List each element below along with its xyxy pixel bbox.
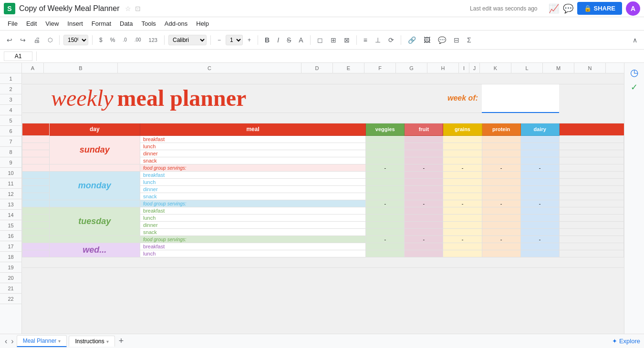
tuesday-dinner-veggies[interactable] [366, 221, 405, 228]
activity-icon[interactable]: 📈 [549, 3, 559, 14]
monday-lunch-protein[interactable] [482, 178, 520, 185]
tuesday-servings-fruit[interactable]: - [405, 235, 443, 243]
monday-servings-veggies[interactable]: - [366, 200, 405, 207]
sunday-snack-veggies[interactable] [366, 157, 405, 164]
sheet-tab-instructions[interactable]: Instructions ▾ [69, 336, 114, 347]
explore-button[interactable]: ✦ Explore [612, 338, 640, 345]
sunday-servings-dairy[interactable]: - [520, 164, 559, 171]
tuesday-breakfast-fruit[interactable] [405, 207, 443, 214]
cell-reference-input[interactable] [4, 51, 32, 61]
comment-button[interactable]: 💬 [435, 34, 449, 46]
font-size-increase-button[interactable]: + [245, 35, 254, 45]
row-num-19[interactable]: 19 [0, 262, 21, 273]
menu-edit[interactable]: Edit [22, 18, 41, 29]
monday-breakfast-fruit[interactable] [405, 171, 443, 178]
wednesday-breakfast-veggies[interactable] [366, 243, 405, 250]
sunday-servings-grains[interactable]: - [443, 164, 482, 171]
wednesday-breakfast-label[interactable]: breakfast [140, 243, 366, 250]
fill-color-button[interactable]: ◻ [314, 34, 326, 46]
print-button[interactable]: 🖨 [31, 34, 43, 46]
undo-button[interactable]: ↩ [4, 34, 15, 46]
monday-servings-protein[interactable]: - [482, 200, 520, 207]
monday-snack-protein[interactable] [482, 193, 520, 200]
col-header-i[interactable]: I [459, 63, 469, 73]
menu-view[interactable]: View [42, 18, 62, 29]
row-num-15[interactable]: 15 [0, 220, 21, 231]
col-header-l[interactable]: L [511, 63, 543, 73]
sunday-breakfast-veggies[interactable] [366, 135, 405, 143]
monday-breakfast-grains[interactable] [443, 171, 482, 178]
sunday-lunch-fruit[interactable] [405, 143, 443, 150]
monday-snack-dairy[interactable] [520, 193, 559, 200]
tuesday-snack-grains[interactable] [443, 228, 482, 235]
row-num-20[interactable]: 20 [0, 273, 21, 283]
chat-icon[interactable]: 💬 [563, 3, 573, 14]
align-v-button[interactable]: ⊥ [372, 34, 384, 46]
tuesday-lunch-dairy[interactable] [520, 214, 559, 221]
tuesday-servings-dairy[interactable]: - [520, 235, 559, 243]
tuesday-servings-veggies[interactable]: - [366, 235, 405, 243]
menu-data[interactable]: Data [116, 18, 136, 29]
row-num-3[interactable]: 3 [0, 94, 21, 105]
sunday-servings-veggies[interactable]: - [366, 164, 405, 171]
tuesday-servings-grains[interactable]: - [443, 235, 482, 243]
monday-snack-grains[interactable] [443, 193, 482, 200]
sunday-lunch-protein[interactable] [482, 143, 520, 150]
col-header-f[interactable]: F [364, 63, 396, 73]
tuesday-snack-dairy[interactable] [520, 228, 559, 235]
col-header-m[interactable]: M [543, 63, 574, 73]
prev-sheet-button[interactable]: ‹ [4, 336, 8, 347]
wednesday-lunch-grains[interactable] [443, 250, 482, 257]
monday-snack-fruit[interactable] [405, 193, 443, 200]
sunday-breakfast-dairy[interactable] [520, 135, 559, 143]
hide-toolbar-button[interactable]: ∧ [630, 34, 640, 46]
wednesday-lunch-dairy[interactable] [520, 250, 559, 257]
row-num-6[interactable]: 6 [0, 126, 21, 136]
wednesday-lunch-label[interactable]: lunch [140, 250, 366, 257]
row-num-8[interactable]: 8 [0, 147, 21, 157]
formula-input[interactable] [41, 52, 640, 60]
rotate-button[interactable]: ⟳ [385, 34, 397, 46]
sunday-lunch-dairy[interactable] [520, 143, 559, 150]
week-of-input-cell[interactable] [482, 84, 559, 113]
row-num-4[interactable]: 4 [0, 105, 21, 115]
row-num-17[interactable]: 17 [0, 241, 21, 252]
sunday-dinner-label[interactable]: dinner [140, 150, 366, 157]
row-num-5[interactable]: 5 [0, 115, 21, 126]
sunday-snack-dairy[interactable] [520, 157, 559, 164]
redo-button[interactable]: ↪ [17, 34, 29, 46]
row-num-9[interactable]: 9 [0, 157, 21, 168]
wednesday-breakfast-fruit[interactable] [405, 243, 443, 250]
tuesday-lunch-protein[interactable] [482, 214, 520, 221]
decimal-inc-button[interactable]: .00 [132, 35, 144, 44]
grid-wrapper[interactable]: 1 2 3 4 5 6 7 8 9 10 11 12 13 14 15 16 1… [0, 73, 624, 334]
monday-lunch-fruit[interactable] [405, 178, 443, 185]
monday-lunch-grains[interactable] [443, 178, 482, 185]
row-num-22[interactable]: 22 [0, 294, 21, 304]
avatar[interactable]: A [626, 1, 640, 16]
tuesday-lunch-label[interactable]: lunch [140, 214, 366, 221]
borders-button[interactable]: ⊞ [328, 34, 339, 46]
zoom-selector[interactable]: 150% [63, 35, 88, 45]
monday-breakfast-label[interactable]: breakfast [140, 171, 366, 178]
tuesday-lunch-veggies[interactable] [366, 214, 405, 221]
col-header-k[interactable]: K [480, 63, 511, 73]
sunday-breakfast-protein[interactable] [482, 135, 520, 143]
tuesday-breakfast-grains[interactable] [443, 207, 482, 214]
col-header-c[interactable]: C [118, 63, 301, 73]
font-size-decrease-button[interactable]: − [215, 35, 224, 45]
monday-breakfast-veggies[interactable] [366, 171, 405, 178]
percent-button[interactable]: % [107, 35, 118, 45]
sunday-lunch-grains[interactable] [443, 143, 482, 150]
sunday-breakfast-label[interactable]: breakfast [140, 135, 366, 143]
monday-dinner-dairy[interactable] [520, 185, 559, 193]
font-selector[interactable]: Calibri [168, 35, 207, 45]
monday-servings-grains[interactable]: - [443, 200, 482, 207]
tuesday-lunch-fruit[interactable] [405, 214, 443, 221]
col-header-b[interactable]: B [44, 63, 118, 73]
monday-dinner-label[interactable]: dinner [140, 185, 366, 193]
right-panel-check-icon[interactable]: ✓ [631, 82, 638, 92]
monday-snack-label[interactable]: snack [140, 193, 366, 200]
row1-empty[interactable] [22, 73, 624, 84]
tuesday-day-cell[interactable]: tuesday [49, 207, 140, 235]
